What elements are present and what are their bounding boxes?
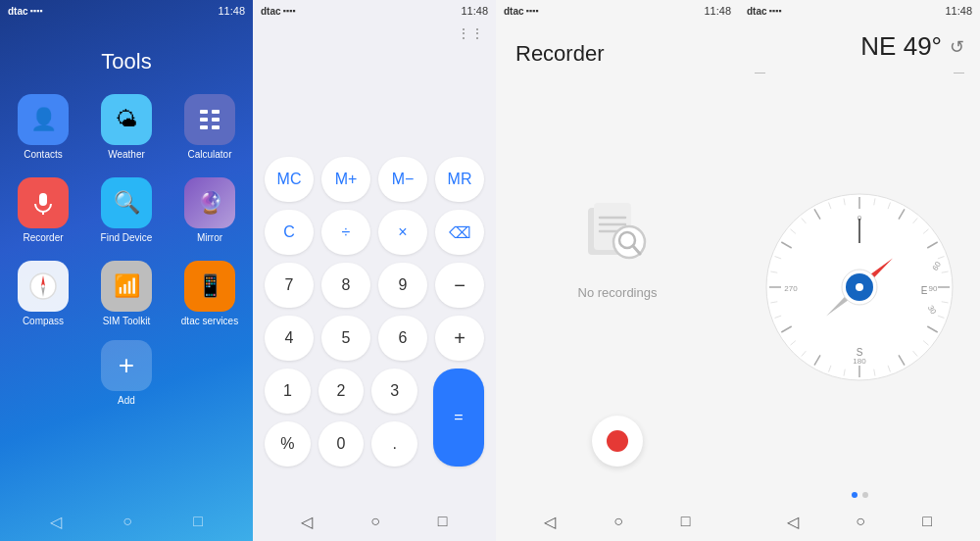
calc-home-icon[interactable]: ○ <box>370 513 380 530</box>
recorder-signal: ▪▪▪▪ <box>526 6 539 16</box>
record-button-container <box>496 416 739 486</box>
calc-dot-button[interactable]: . <box>371 421 417 467</box>
calc-mminus-button[interactable]: M− <box>378 157 427 202</box>
calculator-panel: dtac ▪▪▪▪ 11:48 ⋮⋮ MC M+ M− MR C ÷ × ⌫ 7… <box>253 0 496 541</box>
dtac-services-icon: 📱 <box>184 261 235 312</box>
app-mirror[interactable]: 🔮 Mirror <box>178 177 242 243</box>
add-icon[interactable]: + <box>101 340 152 391</box>
tools-back-icon[interactable]: ◁ <box>50 513 62 531</box>
calc-5-button[interactable]: 5 <box>321 316 370 361</box>
calc-plus-button[interactable]: + <box>435 316 484 361</box>
sim-toolkit-icon: 📶 <box>101 261 152 312</box>
calc-row-123-top: 1 2 3 <box>265 369 417 414</box>
svg-text:90: 90 <box>929 284 938 293</box>
compass-heading: NE 49° <box>755 31 942 62</box>
svg-rect-1 <box>212 110 220 114</box>
compass-dial-svg: 0 30 90 60 180 270 E S <box>761 189 957 385</box>
app-find-device[interactable]: 🔍 Find Device <box>95 177 159 243</box>
compass-panel: dtac ▪▪▪▪ 11:48 NE 49° ↺ — — <box>739 0 980 541</box>
svg-text:270: 270 <box>784 284 798 293</box>
calc-6-button[interactable]: 6 <box>378 316 427 361</box>
compass-dot-2 <box>862 492 868 498</box>
mirror-icon: 🔮 <box>184 177 235 228</box>
recorder-home-icon[interactable]: ○ <box>613 513 623 530</box>
calculator-label: Calculator <box>187 149 231 160</box>
compass-recents-icon[interactable]: □ <box>922 513 932 530</box>
calc-percent-button[interactable]: % <box>265 421 311 467</box>
calc-op-row: C ÷ × ⌫ <box>265 210 484 255</box>
calc-mc-button[interactable]: MC <box>265 157 314 202</box>
calc-4-button[interactable]: 4 <box>265 316 314 361</box>
find-device-label: Find Device <box>101 232 153 243</box>
calc-status-bar: dtac ▪▪▪▪ 11:48 <box>253 0 496 22</box>
recorder-status-bar: dtac ▪▪▪▪ 11:48 <box>496 0 739 22</box>
calc-divide-button[interactable]: ÷ <box>321 210 370 255</box>
calc-minus-button[interactable]: − <box>435 263 484 308</box>
calc-recents-icon[interactable]: □ <box>438 513 448 530</box>
app-sim-toolkit[interactable]: 📶 SIM Toolkit <box>95 261 159 326</box>
recorder-empty-state: No recordings <box>496 76 739 416</box>
apps-grid: 👤 Contacts 🌤 Weather Calculator <box>0 94 258 326</box>
compass-refresh-icon[interactable]: ↺ <box>950 36 964 58</box>
calc-9-button[interactable]: 9 <box>378 263 427 308</box>
calc-0-button[interactable]: 0 <box>318 421 365 467</box>
app-calculator[interactable]: Calculator <box>178 94 242 160</box>
add-label: Add <box>118 395 135 406</box>
calc-buttons: MC M+ M− MR C ÷ × ⌫ 7 8 9 − 4 5 6 + <box>253 149 496 502</box>
recorder-back-icon[interactable]: ◁ <box>544 513 556 531</box>
calc-7-button[interactable]: 7 <box>265 263 314 308</box>
svg-point-69 <box>856 283 863 291</box>
calc-more-icon[interactable]: ⋮⋮ <box>457 25 484 41</box>
recorder-icon-app <box>18 177 69 228</box>
svg-rect-2 <box>200 118 208 122</box>
calc-multiply-button[interactable]: × <box>378 210 427 255</box>
tools-carrier: dtac <box>8 6 28 17</box>
add-app-item[interactable]: + Add <box>101 340 152 406</box>
compass-home-icon[interactable]: ○ <box>856 513 865 530</box>
recorder-recents-icon[interactable]: □ <box>681 513 691 530</box>
tools-recents-icon[interactable]: □ <box>193 513 203 530</box>
calc-1-button[interactable]: 1 <box>265 369 311 414</box>
calc-display: ⋮⋮ <box>253 22 496 149</box>
calc-8-button[interactable]: 8 <box>321 263 370 308</box>
svg-rect-3 <box>212 118 220 122</box>
app-weather[interactable]: 🌤 Weather <box>95 94 159 160</box>
compass-coords: — — <box>739 62 980 81</box>
compass-status-bar: dtac ▪▪▪▪ 11:48 <box>739 0 980 22</box>
record-button[interactable] <box>592 416 643 467</box>
tools-title: Tools <box>101 49 151 74</box>
recorder-title: Recorder <box>496 22 739 76</box>
app-recorder[interactable]: Recorder <box>12 177 75 243</box>
compass-dot-1 <box>852 492 858 498</box>
calc-back-icon[interactable]: ◁ <box>301 513 313 531</box>
tools-home-icon[interactable]: ○ <box>122 513 132 530</box>
weather-icon: 🌤 <box>101 94 152 145</box>
calc-equals-button[interactable]: = <box>433 369 484 467</box>
calc-3-button[interactable]: 3 <box>371 369 417 414</box>
calc-backspace-button[interactable]: ⌫ <box>435 210 484 255</box>
contacts-icon: 👤 <box>18 94 69 145</box>
compass-signal: ▪▪▪▪ <box>769 6 782 16</box>
calc-mplus-button[interactable]: M+ <box>321 157 370 202</box>
app-compass[interactable]: Compass <box>12 261 75 326</box>
calc-clear-button[interactable]: C <box>265 210 314 255</box>
recorder-label: Recorder <box>23 232 63 243</box>
calc-mr-button[interactable]: MR <box>435 157 484 202</box>
calc-2-button[interactable]: 2 <box>318 369 365 414</box>
svg-text:180: 180 <box>853 357 866 366</box>
app-contacts[interactable]: 👤 Contacts <box>12 94 75 160</box>
compass-nav-bar: ◁ ○ □ <box>739 502 980 541</box>
tools-panel: dtac ▪▪▪▪ 11:48 Tools 👤 Contacts 🌤 Weath… <box>0 0 253 541</box>
compass-coord-right: — <box>954 66 964 77</box>
compass-coord-left: — <box>755 66 765 77</box>
svg-rect-6 <box>39 193 47 206</box>
mirror-label: Mirror <box>197 232 222 243</box>
compass-dial-area: 0 30 90 60 180 270 E S <box>739 81 980 492</box>
svg-text:E: E <box>921 285 928 296</box>
tools-time: 11:48 <box>218 5 245 17</box>
compass-back-icon[interactable]: ◁ <box>787 513 799 531</box>
recorder-nav-bar: ◁ ○ □ <box>496 502 739 541</box>
find-device-icon: 🔍 <box>101 177 152 228</box>
app-dtac-services[interactable]: 📱 dtac services <box>178 261 242 326</box>
svg-rect-4 <box>200 125 208 129</box>
